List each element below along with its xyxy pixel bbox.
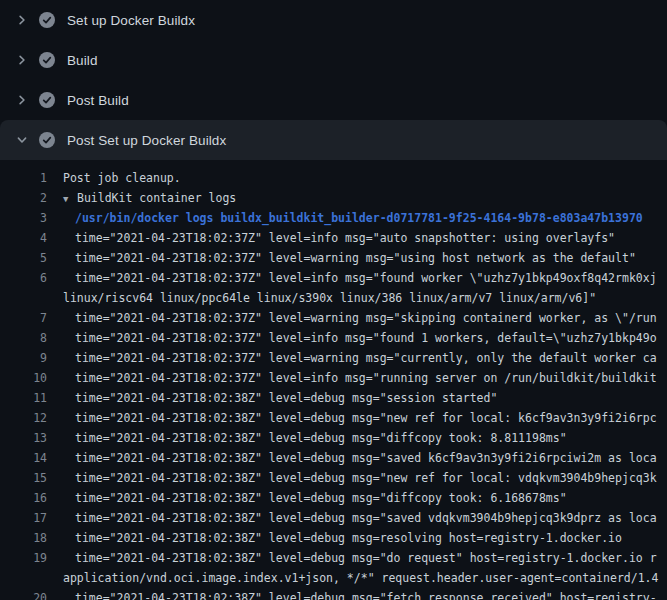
- log-line: 10time="2021-04-23T18:02:37Z" level=info…: [0, 368, 667, 388]
- log-line: application/vnd.oci.image.index.v1+json,…: [0, 568, 667, 588]
- line-number[interactable]: 17: [0, 508, 47, 528]
- chevron-right-icon[interactable]: [16, 14, 28, 26]
- log-line: 1Post job cleanup.: [0, 168, 667, 188]
- actions-log-viewer: Set up Docker BuildxBuildPost BuildPost …: [0, 0, 667, 600]
- line-number[interactable]: 16: [0, 488, 47, 508]
- line-number[interactable]: 6: [0, 268, 47, 288]
- log-line: 16time="2021-04-23T18:02:38Z" level=debu…: [0, 488, 667, 508]
- line-number[interactable]: 8: [0, 328, 47, 348]
- line-number[interactable]: 19: [0, 548, 47, 568]
- log-line-text: time="2021-04-23T18:02:37Z" level=info m…: [75, 268, 657, 288]
- log-line-text: Post job cleanup.: [63, 168, 181, 188]
- check-circle-icon: [39, 52, 55, 68]
- group-title-text[interactable]: BuildKit container logs: [77, 191, 236, 205]
- log-line-text: time="2021-04-23T18:02:38Z" level=debug …: [75, 468, 657, 488]
- log-line-text: linux/riscv64 linux/ppc64le linux/s390x …: [63, 288, 596, 308]
- chevron-right-icon[interactable]: [16, 94, 28, 106]
- log-line: 15time="2021-04-23T18:02:38Z" level=debu…: [0, 468, 667, 488]
- log-line-text: time="2021-04-23T18:02:37Z" level=warnin…: [75, 308, 657, 328]
- line-number[interactable]: 18: [0, 528, 47, 548]
- log-line: 14time="2021-04-23T18:02:38Z" level=debu…: [0, 448, 667, 468]
- log-line-text: time="2021-04-23T18:02:38Z" level=debug …: [75, 508, 657, 528]
- log-line-text: time="2021-04-23T18:02:38Z" level=debug …: [75, 548, 657, 568]
- chevron-down-icon[interactable]: [16, 134, 28, 146]
- line-number[interactable]: 13: [0, 428, 47, 448]
- log-line-text: time="2021-04-23T18:02:38Z" level=debug …: [75, 528, 622, 548]
- log-line: 6time="2021-04-23T18:02:37Z" level=info …: [0, 268, 667, 288]
- log-line-text: time="2021-04-23T18:02:37Z" level=info m…: [75, 328, 657, 348]
- line-number[interactable]: 7: [0, 308, 47, 328]
- log-line: 4time="2021-04-23T18:02:37Z" level=info …: [0, 228, 667, 248]
- log-line: 12time="2021-04-23T18:02:38Z" level=debu…: [0, 408, 667, 428]
- log-line-text: time="2021-04-23T18:02:37Z" level=warnin…: [75, 348, 657, 368]
- line-number[interactable]: 5: [0, 248, 47, 268]
- log-line: 13time="2021-04-23T18:02:38Z" level=debu…: [0, 428, 667, 448]
- line-number[interactable]: 20: [0, 588, 47, 600]
- log-command-text: /usr/bin/docker logs buildx_buildkit_bui…: [75, 208, 643, 228]
- log-line-text: time="2021-04-23T18:02:38Z" level=debug …: [75, 388, 497, 408]
- log-line: 11time="2021-04-23T18:02:38Z" level=debu…: [0, 388, 667, 408]
- line-number: [0, 288, 47, 308]
- chevron-right-icon[interactable]: [16, 54, 28, 66]
- line-number[interactable]: 14: [0, 448, 47, 468]
- log-line-text: time="2021-04-23T18:02:37Z" level=warnin…: [75, 248, 636, 268]
- line-number[interactable]: 10: [0, 368, 47, 388]
- line-number[interactable]: 9: [0, 348, 47, 368]
- log-line-text: time="2021-04-23T18:02:38Z" level=debug …: [75, 448, 657, 468]
- line-number[interactable]: 4: [0, 228, 47, 248]
- log-line: linux/riscv64 linux/ppc64le linux/s390x …: [0, 288, 667, 308]
- log-line: 3/usr/bin/docker logs buildx_buildkit_bu…: [0, 208, 667, 228]
- log-line: 8time="2021-04-23T18:02:37Z" level=info …: [0, 328, 667, 348]
- check-circle-icon: [39, 92, 55, 108]
- log-line-text: application/vnd.oci.image.index.v1+json,…: [63, 568, 658, 588]
- line-number: [0, 568, 47, 588]
- log-line: 20time="2021-04-23T18:02:38Z" level=debu…: [0, 588, 667, 600]
- log-line-text: time="2021-04-23T18:02:37Z" level=info m…: [75, 228, 615, 248]
- log-line: 7time="2021-04-23T18:02:37Z" level=warni…: [0, 308, 667, 328]
- line-number[interactable]: 12: [0, 408, 47, 428]
- line-number[interactable]: 3: [0, 208, 47, 228]
- log-area: 1Post job cleanup.2▼BuildKit container l…: [0, 160, 667, 600]
- line-number[interactable]: 1: [0, 168, 47, 188]
- steps-list: Set up Docker BuildxBuildPost BuildPost …: [0, 0, 667, 160]
- log-line: 2▼BuildKit container logs: [0, 188, 667, 208]
- step-row-set-up-docker-buildx[interactable]: Set up Docker Buildx: [0, 0, 667, 40]
- check-circle-icon: [39, 132, 55, 148]
- check-circle-icon: [39, 12, 55, 28]
- log-line: 9time="2021-04-23T18:02:37Z" level=warni…: [0, 348, 667, 368]
- step-title: Set up Docker Buildx: [67, 13, 195, 28]
- step-title: Build: [67, 53, 98, 68]
- line-number[interactable]: 2: [0, 188, 47, 208]
- step-title: Post Build: [67, 93, 129, 108]
- log-line: 5time="2021-04-23T18:02:37Z" level=warni…: [0, 248, 667, 268]
- step-row-post-set-up-docker-buildx[interactable]: Post Set up Docker Buildx: [0, 120, 667, 160]
- step-row-post-build[interactable]: Post Build: [0, 80, 667, 120]
- collapse-triangle-icon[interactable]: ▼: [63, 189, 77, 208]
- log-line: 17time="2021-04-23T18:02:38Z" level=debu…: [0, 508, 667, 528]
- log-line: 18time="2021-04-23T18:02:38Z" level=debu…: [0, 528, 667, 548]
- line-number[interactable]: 11: [0, 388, 47, 408]
- log-line-text: time="2021-04-23T18:02:38Z" level=debug …: [75, 428, 567, 448]
- log-line-text: time="2021-04-23T18:02:37Z" level=info m…: [75, 368, 657, 388]
- log-line: 19time="2021-04-23T18:02:38Z" level=debu…: [0, 548, 667, 568]
- line-number[interactable]: 15: [0, 468, 47, 488]
- log-line-text: time="2021-04-23T18:02:38Z" level=debug …: [75, 488, 567, 508]
- step-title: Post Set up Docker Buildx: [67, 133, 226, 148]
- log-line-text: ▼BuildKit container logs: [63, 188, 236, 208]
- log-line-text: time="2021-04-23T18:02:38Z" level=debug …: [75, 408, 657, 428]
- log-line-text: time="2021-04-23T18:02:38Z" level=debug …: [75, 588, 657, 600]
- step-row-build[interactable]: Build: [0, 40, 667, 80]
